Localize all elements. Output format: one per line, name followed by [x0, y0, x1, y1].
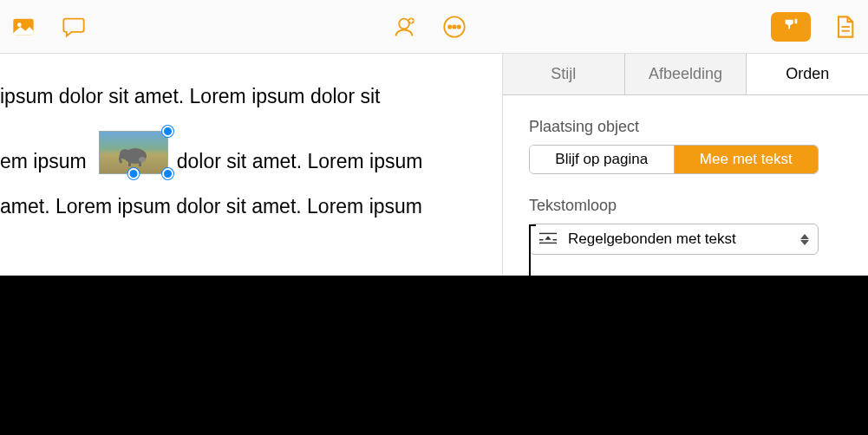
- tab-style[interactable]: Stijl: [503, 54, 625, 94]
- callout-line: [529, 224, 531, 327]
- toolbar: [0, 0, 868, 54]
- inline-image[interactable]: [99, 131, 168, 174]
- inspector-tabs: Stijl Afbeelding Orden: [503, 54, 868, 95]
- comment-icon[interactable]: [61, 14, 87, 40]
- selection-handle[interactable]: [127, 168, 139, 179]
- text-fragment: dolor sit amet. Lorem ipsum: [177, 148, 423, 174]
- text-wrap-value: Regelgebonden met tekst: [568, 230, 736, 248]
- tab-arrange[interactable]: Orden: [747, 54, 868, 94]
- selection-handle[interactable]: [162, 168, 173, 179]
- text-line: ipsum dolor sit amet. Lorem ipsum dolor …: [0, 83, 502, 109]
- placement-stay-on-page[interactable]: Blijf op pagina: [530, 146, 675, 173]
- selection-handle[interactable]: [162, 126, 173, 137]
- media-icon[interactable]: [10, 14, 36, 40]
- more-icon[interactable]: [441, 14, 467, 40]
- svg-point-6: [453, 25, 455, 28]
- svg-point-5: [448, 25, 451, 28]
- svg-point-2: [399, 18, 409, 29]
- object-placement-label: Plaatsing object: [529, 118, 842, 136]
- svg-point-7: [457, 25, 460, 28]
- svg-point-15: [139, 157, 146, 162]
- inline-with-text-icon: [538, 230, 558, 250]
- inspector-panel: Stijl Afbeelding Orden Plaatsing object …: [502, 54, 868, 276]
- document-canvas[interactable]: ipsum dolor sit amet. Lorem ipsum dolor …: [0, 54, 502, 276]
- format-button[interactable]: [771, 12, 811, 42]
- elephant-image-content: [115, 142, 152, 168]
- collaborate-icon[interactable]: [391, 14, 417, 40]
- document-settings-icon[interactable]: [832, 14, 858, 40]
- svg-point-1: [17, 23, 22, 27]
- text-line-with-image: em ipsum dolor sit amet. Lorem ipsum: [0, 131, 502, 174]
- chevron-updown-icon: [800, 234, 809, 245]
- placement-segmented-control: Blijf op pagina Mee met tekst: [529, 145, 819, 174]
- text-wrap-label: Tekstomloop: [529, 197, 842, 215]
- text-fragment: em ipsum: [0, 148, 87, 174]
- placement-move-with-text[interactable]: Mee met tekst: [675, 146, 819, 173]
- text-wrap-dropdown[interactable]: Regelgebonden met tekst: [529, 224, 819, 255]
- svg-rect-13: [128, 159, 131, 166]
- svg-rect-8: [795, 18, 798, 23]
- text-line: amet. Lorem ipsum dolor sit amet. Lorem …: [0, 193, 502, 219]
- tab-image[interactable]: Afbeelding: [625, 54, 747, 94]
